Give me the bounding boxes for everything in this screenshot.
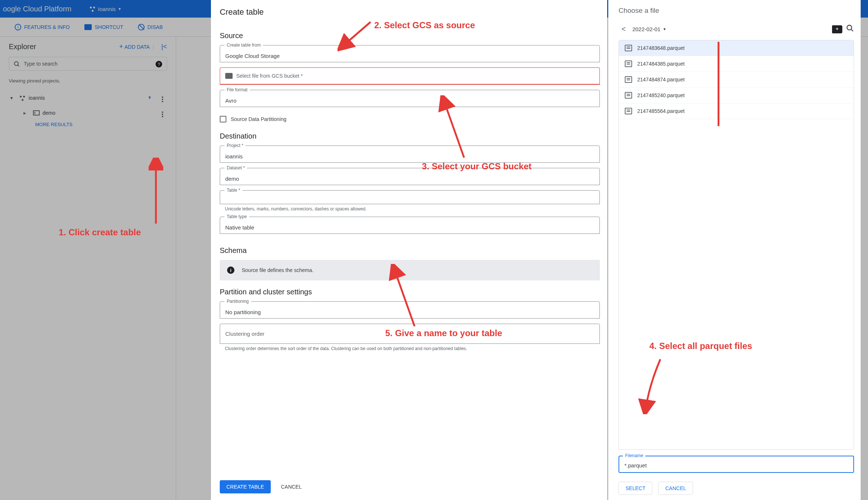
file-toolbar: < 2022-02-01 ▼: [619, 23, 854, 35]
file-format-select[interactable]: File format Avro: [220, 90, 600, 107]
schema-heading: Schema: [220, 246, 600, 255]
file-name: 2147485240.parquet: [637, 92, 685, 98]
project-field[interactable]: Project * ioannis: [220, 146, 600, 163]
file-row[interactable]: 2147485240.parquet: [619, 88, 854, 103]
table-name-input[interactable]: Table *: [220, 190, 600, 204]
table-helper-text: Unicode letters, marks, numbers, connect…: [225, 206, 600, 212]
annotation-red-bar: [718, 42, 719, 126]
choose-file-panel: Choose a file < 2022-02-01 ▼ 2147483648.…: [608, 0, 861, 500]
file-list: 2147483648.parquet 2147484385.parquet 21…: [619, 40, 854, 450]
field-placeholder: Clustering order: [225, 331, 265, 337]
clustering-order-input[interactable]: Clustering order: [220, 324, 600, 344]
field-label: Create table from: [225, 43, 263, 48]
cancel-button[interactable]: CANCEL: [281, 484, 302, 490]
file-name: 2147484874.parquet: [637, 77, 685, 82]
chevron-down-icon: ▼: [663, 27, 666, 31]
gcs-bucket-select[interactable]: Select file from GCS bucket *: [220, 67, 600, 85]
clustering-helper-text: Clustering order determines the sort ord…: [225, 346, 600, 351]
gcs-placeholder: Select file from GCS bucket *: [236, 73, 303, 79]
partitioning-select[interactable]: Partitioning No partitioning: [220, 301, 600, 319]
checkbox-label: Source Data Partitioning: [231, 116, 287, 122]
schema-info-text: Source file defines the schema.: [242, 267, 313, 273]
file-icon: [625, 108, 632, 114]
field-label: Project *: [225, 143, 245, 148]
file-row[interactable]: 2147484874.parquet: [619, 72, 854, 88]
field-label: Filename: [623, 453, 645, 458]
breadcrumb-label: 2022-02-01: [632, 26, 661, 32]
file-name: 2147483648.parquet: [637, 45, 685, 51]
field-value: No partitioning: [225, 309, 261, 315]
field-value: Native table: [225, 224, 254, 231]
checkbox-icon: [220, 116, 226, 122]
field-value: demo: [225, 176, 239, 182]
panel-title: Create table: [220, 7, 600, 17]
file-row[interactable]: 2147484385.parquet: [619, 56, 854, 72]
file-icon: [625, 76, 632, 83]
info-icon: i: [227, 266, 234, 274]
field-label: Table type: [225, 214, 249, 219]
table-type-select[interactable]: Table type Native table: [220, 217, 600, 234]
field-label: File format: [225, 87, 250, 92]
file-panel-title: Choose a file: [619, 7, 854, 15]
create-panel-footer: CREATE TABLE CANCEL: [220, 480, 600, 493]
storage-icon: [225, 73, 233, 79]
file-icon: [625, 92, 632, 99]
file-icon: [625, 60, 632, 67]
file-cancel-button[interactable]: CANCEL: [658, 482, 693, 495]
create-table-button[interactable]: CREATE TABLE: [220, 480, 271, 493]
destination-heading: Destination: [220, 132, 600, 140]
file-name: 2147485564.parquet: [637, 108, 685, 114]
file-name: 2147484385.parquet: [637, 61, 685, 67]
file-row[interactable]: 2147483648.parquet: [619, 40, 854, 56]
select-button[interactable]: SELECT: [619, 482, 652, 495]
field-label: Table *: [225, 188, 242, 193]
partition-cluster-heading: Partition and cluster settings: [220, 288, 600, 296]
create-table-panel: Create table Source Create table from Go…: [211, 0, 607, 500]
field-label: Partitioning: [225, 299, 251, 304]
file-panel-footer: SELECT CANCEL: [619, 482, 854, 495]
file-search-button[interactable]: [846, 24, 854, 34]
file-row[interactable]: 2147485564.parquet: [619, 103, 854, 119]
back-button[interactable]: <: [619, 23, 629, 35]
field-label: Dataset *: [225, 165, 247, 170]
field-value: *.parquet: [624, 462, 647, 468]
svg-point-2: [847, 25, 852, 30]
field-value: Google Cloud Storage: [225, 53, 280, 59]
source-heading: Source: [220, 32, 600, 40]
new-folder-icon[interactable]: [832, 25, 842, 33]
filename-input[interactable]: Filename *.parquet: [619, 456, 854, 473]
folder-breadcrumb[interactable]: 2022-02-01 ▼: [632, 26, 667, 32]
file-icon: [625, 45, 632, 51]
create-from-select[interactable]: Create table from Google Cloud Storage: [220, 45, 600, 62]
schema-info-banner: i Source file defines the schema.: [220, 260, 600, 280]
svg-line-3: [851, 29, 853, 32]
field-value: Avro: [225, 98, 237, 104]
source-partitioning-checkbox[interactable]: Source Data Partitioning: [220, 116, 600, 122]
field-value: ioannis: [225, 153, 243, 159]
dataset-field[interactable]: Dataset * demo: [220, 168, 600, 185]
